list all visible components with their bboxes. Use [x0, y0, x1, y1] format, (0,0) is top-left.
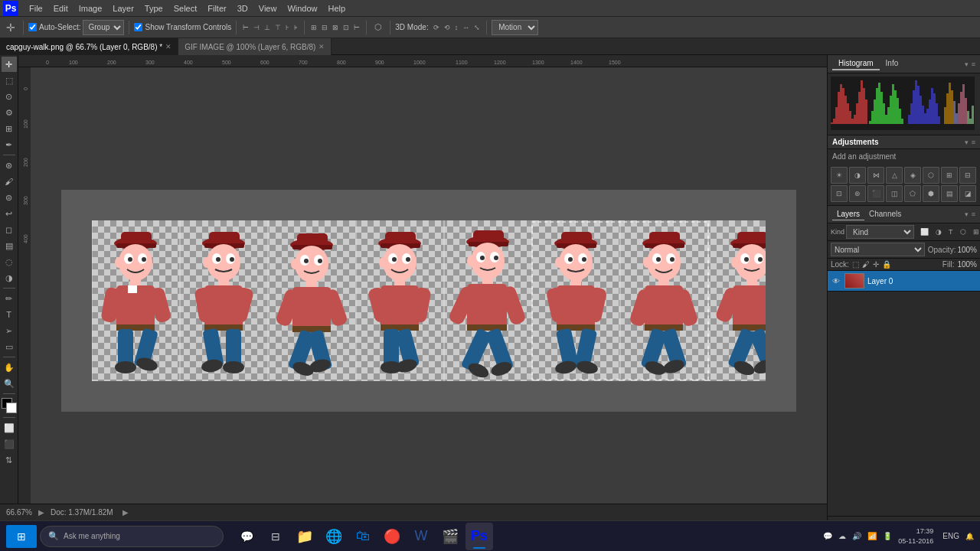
menu-3d[interactable]: 3D: [233, 2, 253, 15]
tool-dodge[interactable]: ◑: [2, 270, 17, 285]
adj-curves-icon[interactable]: ⋈: [867, 167, 884, 184]
tool-lasso[interactable]: ⊙: [2, 89, 17, 104]
tool-quick-select[interactable]: ⚙: [2, 105, 17, 120]
adj-bw-icon[interactable]: ⊟: [959, 167, 976, 184]
battery-icon[interactable]: 🔋: [883, 532, 892, 540]
adj-vibrance-icon[interactable]: ◈: [904, 167, 921, 184]
layers-tab-channels[interactable]: Channels: [864, 208, 906, 220]
language-indicator[interactable]: ENG: [942, 532, 959, 540]
status-arrow[interactable]: ▶: [122, 508, 129, 517]
taskbar-app-word[interactable]: W: [407, 523, 435, 550]
dist-middle-icon[interactable]: ⊢: [352, 23, 361, 32]
tool-mode[interactable]: ⬜: [2, 420, 17, 435]
menu-select[interactable]: Select: [169, 2, 202, 15]
adj-levels-icon[interactable]: ◑: [849, 167, 866, 184]
3d-scale-icon[interactable]: ⤡: [472, 23, 482, 32]
adj-gradient-icon[interactable]: ▤: [941, 185, 958, 202]
menu-view[interactable]: View: [254, 2, 282, 15]
layer-visibility-icon[interactable]: 👁: [831, 277, 841, 285]
tab-capguy-close[interactable]: ✕: [165, 43, 172, 51]
taskbar-clock[interactable]: 17:39 05-11-2016: [895, 527, 936, 546]
tab-gif-close[interactable]: ✕: [318, 43, 325, 51]
notifications-icon[interactable]: 🔔: [965, 533, 974, 540]
align-top-icon[interactable]: ⊤: [273, 23, 283, 32]
taskbar-app-chrome[interactable]: 🔴: [378, 523, 406, 550]
adj-chanmix-icon[interactable]: ⊛: [849, 185, 866, 202]
layers-menu-icon[interactable]: ≡: [972, 210, 975, 218]
adjustments-menu-icon[interactable]: ≡: [972, 139, 975, 146]
taskbar-app-taskview[interactable]: ⊟: [262, 523, 289, 550]
lock-image-icon[interactable]: 🖌: [862, 260, 870, 269]
taskbar-app-edge[interactable]: 🌐: [320, 523, 348, 550]
skype-icon[interactable]: 💬: [823, 532, 832, 540]
taskbar-app-media[interactable]: 🎬: [436, 523, 464, 550]
windows-start-button[interactable]: ⊞: [6, 525, 37, 548]
tool-marquee[interactable]: ⬚: [2, 73, 17, 88]
align-right-icon[interactable]: ⊥: [263, 23, 272, 32]
taskbar-app-store[interactable]: 🛍: [349, 523, 377, 550]
fill-value[interactable]: 100%: [957, 260, 977, 269]
lock-position-icon[interactable]: ✛: [873, 260, 879, 269]
tool-eyedropper[interactable]: ✒: [2, 137, 17, 152]
network-icon[interactable]: 📶: [867, 532, 877, 540]
lock-all-icon[interactable]: 🔒: [882, 260, 891, 269]
tool-spot-heal[interactable]: ⊛: [2, 158, 17, 173]
group-dropdown[interactable]: Group Layer: [83, 20, 124, 35]
filter-shape-icon[interactable]: ⬡: [957, 227, 969, 237]
align-left-icon[interactable]: ⊢: [241, 23, 250, 32]
tool-history-brush[interactable]: ↩: [2, 206, 17, 221]
status-icon[interactable]: ▶: [38, 508, 44, 517]
opacity-value[interactable]: 100%: [957, 246, 977, 254]
tool-eraser[interactable]: ◻: [2, 222, 17, 237]
adj-exposure-icon[interactable]: △: [886, 167, 903, 184]
tool-extra[interactable]: ⇅: [2, 452, 17, 468]
menu-help[interactable]: Help: [324, 2, 351, 15]
filter-smart-icon[interactable]: ⊞: [970, 227, 980, 237]
onedrive-icon[interactable]: ☁: [838, 532, 846, 540]
taskbar-app-fileexplorer[interactable]: 📁: [291, 523, 318, 550]
3d-pan-icon[interactable]: ↕: [453, 23, 460, 32]
tool-zoom[interactable]: 🔍: [2, 376, 17, 391]
tool-hand[interactable]: ✋: [2, 360, 17, 375]
3d-slide-icon[interactable]: ↔: [461, 23, 471, 32]
3d-rotate-icon[interactable]: ⟳: [432, 23, 441, 32]
adj-threshold-icon[interactable]: ⬢: [923, 185, 939, 202]
tool-brush[interactable]: 🖌: [2, 174, 17, 189]
lock-transparent-icon[interactable]: ⬚: [852, 260, 859, 269]
taskbar-app-photoshop[interactable]: Ps: [466, 523, 493, 550]
color-swatches[interactable]: [2, 398, 17, 413]
tool-screen-mode[interactable]: ⬛: [2, 436, 17, 452]
move-tool-icon[interactable]: ✛: [3, 20, 18, 35]
tool-stamp[interactable]: ⊜: [2, 190, 17, 205]
menu-edit[interactable]: Edit: [49, 2, 73, 15]
filter-type-icon[interactable]: T: [946, 227, 956, 237]
tool-gradient[interactable]: ▤: [2, 238, 17, 253]
menu-file[interactable]: File: [24, 2, 47, 15]
tool-pen[interactable]: ✏: [2, 291, 17, 306]
tool-shape[interactable]: ▭: [2, 339, 17, 354]
adj-colorlookup-icon[interactable]: ⬛: [867, 185, 884, 202]
adj-invert-icon[interactable]: ◫: [886, 185, 903, 202]
layers-kind-select[interactable]: Kind Name Effect Mode Attribute Color Sm…: [846, 225, 914, 239]
layer-name[interactable]: Layer 0: [867, 277, 977, 285]
tool-crop[interactable]: ⊞: [2, 121, 17, 136]
dist-right-icon[interactable]: ⊠: [331, 23, 340, 32]
menu-window[interactable]: Window: [283, 2, 322, 15]
layers-collapse-icon[interactable]: ▾: [965, 210, 969, 218]
layer-row-0[interactable]: 👁 Layer 0: [828, 271, 980, 292]
motion-dropdown[interactable]: Motion Orbit: [492, 20, 538, 35]
filter-adjust-icon[interactable]: ◑: [933, 227, 945, 237]
tab-capguy[interactable]: capguy-walk.png @ 66.7% (Layer 0, RGB/8)…: [0, 38, 178, 55]
dist-left-icon[interactable]: ⊞: [309, 23, 318, 32]
background-color[interactable]: [6, 403, 17, 413]
adj-selective-icon[interactable]: ◪: [959, 185, 976, 202]
blend-mode-select[interactable]: Normal Multiply Screen Overlay Darken: [831, 243, 925, 256]
adj-hsl-icon[interactable]: ⬡: [923, 167, 939, 184]
menu-layer[interactable]: Layer: [108, 2, 139, 15]
layers-tab-layers[interactable]: Layers: [832, 208, 864, 220]
tool-text[interactable]: T: [2, 307, 17, 322]
align-bottom-icon[interactable]: ⊧: [292, 23, 299, 32]
filter-pixel-icon[interactable]: ⬜: [917, 227, 932, 237]
histogram-menu-icon[interactable]: ≡: [972, 60, 975, 68]
auto-select-checkbox[interactable]: [28, 23, 37, 31]
